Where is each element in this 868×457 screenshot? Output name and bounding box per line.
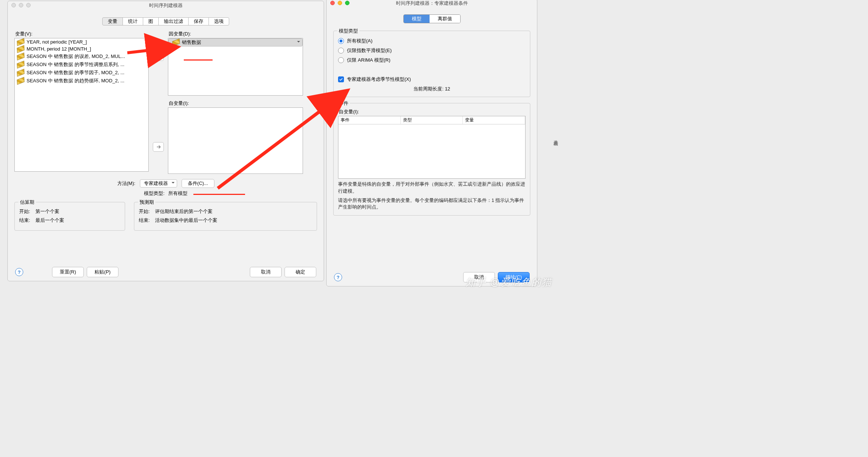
annotation-arrow-icon xyxy=(218,89,351,192)
fcst-end-label: 结束: xyxy=(139,217,150,224)
list-item[interactable]: SEASON 中 销售数据 的季节性调整后系列, ... xyxy=(27,61,124,68)
criteria-button[interactable]: 条件(C)... xyxy=(182,179,214,188)
estimation-legend: 估算期 xyxy=(18,199,36,206)
dependent-list[interactable]: 销售数据 xyxy=(168,38,303,96)
ruler-icon xyxy=(17,69,25,77)
events-note: 请选中所有要视为事件变量的变量。每个变量的编码都应满足以下条件：1 指示认为事件… xyxy=(338,197,526,211)
list-item[interactable]: 销售数据 xyxy=(182,39,201,46)
dialog-expert-modeler-criteria: 时间序列建模器：专家建模器条件 模型 离群值 模型类型 所有模型(A) 仅限指数… xyxy=(326,0,537,286)
minimize-icon[interactable] xyxy=(338,1,342,5)
model-type-value: 所有模型 xyxy=(168,190,187,197)
checkbox-seasonal[interactable]: 专家建模器考虑季节性模型(X) xyxy=(338,76,526,83)
tab-save[interactable]: 保存 xyxy=(188,17,209,25)
ruler-icon xyxy=(17,45,25,53)
fcst-start-value: 评估期结束后的第一个个案 xyxy=(155,208,213,215)
list-item[interactable]: SEASON 中 销售数据 的季节因子, MOD_2, ... xyxy=(27,69,124,76)
list-item[interactable]: YEAR, not periodic [YEAR_] xyxy=(27,39,87,45)
svg-line-1 xyxy=(218,92,345,188)
events-iv-label: 自变量(I): xyxy=(339,109,526,115)
zoom-icon[interactable] xyxy=(26,3,31,7)
tab-options[interactable]: 选项 xyxy=(209,17,229,25)
move-to-independent-button[interactable] xyxy=(153,142,164,152)
zoom-icon[interactable] xyxy=(345,1,349,5)
ruler-icon xyxy=(17,52,25,61)
close-icon[interactable] xyxy=(330,1,335,5)
est-start-value: 第一个个案 xyxy=(35,208,59,215)
model-type-label: 模型类型: xyxy=(144,190,165,197)
list-item[interactable]: MONTH, period 12 [MONTH_] xyxy=(27,46,91,52)
forecast-legend: 预测期 xyxy=(138,199,155,206)
watermark: 知乎 @爱吃鱼的猫 xyxy=(466,276,552,289)
method-label: 方法(M): xyxy=(117,180,135,187)
clipped-text: 未选 表格式 xyxy=(552,137,559,138)
list-item[interactable]: SEASON 中 销售数据 的误差, MOD_2, MUL... xyxy=(27,53,125,60)
tab-outliers[interactable]: 离群值 xyxy=(430,15,460,23)
variables-label: 变量(V): xyxy=(15,31,149,37)
paste-button[interactable]: 粘贴(P) xyxy=(87,267,118,277)
est-end-value: 最后一个个案 xyxy=(35,217,64,224)
checkbox-icon xyxy=(338,76,344,82)
period-value: 12 xyxy=(445,86,450,92)
help-button[interactable]: ? xyxy=(15,268,23,276)
col-type: 类型 xyxy=(401,116,463,124)
col-variable: 变量 xyxy=(463,116,525,124)
annotation-arrow-icon xyxy=(127,44,183,62)
model-type-legend: 模型类型 xyxy=(337,28,359,34)
criteria-tabs: 模型 离群值 xyxy=(403,14,461,23)
est-end-label: 结束: xyxy=(19,217,30,224)
radio-all-models[interactable]: 所有模型(A) xyxy=(338,38,526,44)
ruler-icon xyxy=(17,77,25,85)
events-table[interactable]: 事件 类型 变量 xyxy=(338,116,526,179)
window-title: 时间序列建模器 xyxy=(149,3,183,8)
fcst-start-label: 开始: xyxy=(139,208,150,215)
events-note: 事件变量是特殊的自变量，用于对外部事件（例如水灾、罢工或引进新产品线）的效应进行… xyxy=(338,181,526,195)
annotation-underline xyxy=(193,194,245,195)
titlebar: 时间序列建模器：专家建模器条件 xyxy=(327,0,537,8)
titlebar: 时间序列建模器 xyxy=(8,1,324,10)
window-title: 时间序列建模器：专家建模器条件 xyxy=(396,0,468,6)
help-button[interactable]: ? xyxy=(334,273,342,281)
reset-button[interactable]: 重置(R) xyxy=(52,267,84,277)
ok-button[interactable]: 确定 xyxy=(285,267,316,277)
cancel-button[interactable]: 取消 xyxy=(250,267,282,277)
annotation-underline xyxy=(184,59,213,61)
method-select[interactable]: 专家建模器 xyxy=(140,179,177,188)
main-tabs: 变量 统计 图 输出过滤 保存 选项 xyxy=(8,17,324,25)
radio-icon xyxy=(338,57,344,63)
fcst-end-value: 活动数据集中的最后一个个案 xyxy=(155,217,217,224)
est-start-label: 开始: xyxy=(19,208,30,215)
svg-line-0 xyxy=(127,47,175,53)
tab-model[interactable]: 模型 xyxy=(404,15,430,23)
list-item[interactable]: SEASON 中 销售数据 的趋势循环, MOD_2, ... xyxy=(27,78,124,84)
tab-output-filter[interactable]: 输出过滤 xyxy=(158,17,189,25)
minimize-icon[interactable] xyxy=(19,3,23,7)
radio-exp-smoothing[interactable]: 仅限指数平滑模型(E) xyxy=(338,47,526,54)
ruler-icon xyxy=(17,61,25,69)
tab-stats[interactable]: 统计 xyxy=(123,17,143,25)
close-icon[interactable] xyxy=(11,3,16,7)
tab-plot[interactable]: 图 xyxy=(143,17,159,25)
radio-icon xyxy=(338,48,344,54)
ruler-icon xyxy=(17,38,25,46)
period-label: 当前周期长度: xyxy=(413,86,444,92)
dependent-label: 因变量(D): xyxy=(169,31,303,37)
tab-variables[interactable]: 变量 xyxy=(102,17,123,25)
radio-arima[interactable]: 仅限 ARIMA 模型(R) xyxy=(338,57,526,63)
radio-icon xyxy=(338,38,344,44)
